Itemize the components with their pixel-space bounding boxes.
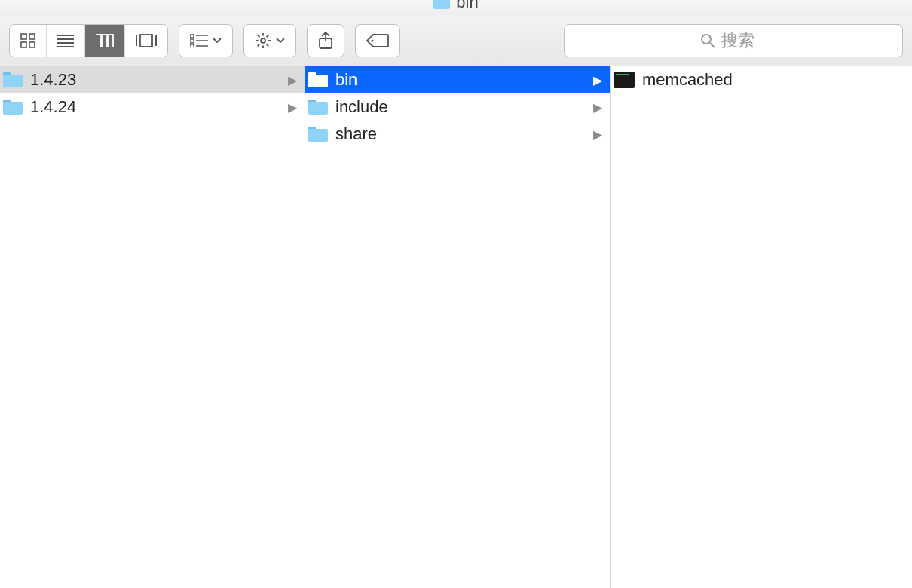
svg-rect-14 bbox=[140, 35, 152, 47]
svg-rect-5 bbox=[29, 42, 35, 47]
column-browser: 1.4.23 ▶ 1.4.24 ▶ bin ▶ incl bbox=[0, 66, 912, 588]
item-label: memcached bbox=[642, 70, 904, 90]
action-button[interactable] bbox=[244, 25, 295, 57]
titlebar: bin bbox=[0, 0, 912, 15]
chevron-right-icon: ▶ bbox=[288, 100, 297, 115]
folder-icon bbox=[308, 72, 328, 87]
folder-row[interactable]: share ▶ bbox=[305, 121, 610, 148]
folder-icon bbox=[3, 72, 23, 87]
tags-button[interactable] bbox=[355, 24, 400, 57]
arrange-button[interactable] bbox=[179, 25, 232, 57]
grid-icon bbox=[20, 33, 35, 48]
item-label: 1.4.24 bbox=[30, 97, 280, 117]
item-label: 1.4.23 bbox=[30, 70, 280, 90]
svg-line-28 bbox=[267, 44, 269, 46]
svg-rect-10 bbox=[96, 34, 101, 47]
folder-row[interactable]: 1.4.23 ▶ bbox=[0, 66, 305, 93]
chevron-down-icon bbox=[276, 38, 285, 44]
list-view-button[interactable] bbox=[47, 25, 85, 57]
list-icon bbox=[57, 34, 74, 47]
svg-rect-37 bbox=[3, 75, 23, 87]
column-1[interactable]: bin ▶ include ▶ share ▶ bbox=[305, 66, 611, 588]
view-mode-group bbox=[9, 24, 168, 57]
svg-rect-2 bbox=[21, 34, 26, 39]
svg-rect-43 bbox=[308, 102, 328, 115]
svg-line-29 bbox=[258, 44, 260, 46]
folder-row[interactable]: include ▶ bbox=[305, 93, 610, 121]
search-input[interactable] bbox=[721, 31, 767, 51]
tag-icon bbox=[366, 33, 389, 48]
icon-view-button[interactable] bbox=[10, 25, 47, 57]
svg-rect-45 bbox=[308, 129, 328, 142]
svg-rect-11 bbox=[102, 34, 107, 47]
arrange-group bbox=[179, 24, 233, 57]
svg-point-22 bbox=[261, 38, 265, 43]
svg-rect-16 bbox=[190, 34, 194, 38]
toolbar bbox=[0, 15, 912, 66]
svg-line-30 bbox=[267, 35, 269, 37]
svg-point-33 bbox=[371, 39, 373, 41]
svg-line-35 bbox=[710, 43, 715, 47]
item-label: bin bbox=[335, 70, 586, 90]
columns-icon bbox=[96, 34, 114, 47]
window-title-text: bin bbox=[456, 0, 478, 12]
svg-rect-41 bbox=[308, 75, 328, 87]
coverflow-icon bbox=[136, 34, 157, 47]
coverflow-view-button[interactable] bbox=[125, 25, 167, 57]
column-0[interactable]: 1.4.23 ▶ 1.4.24 ▶ bbox=[0, 66, 305, 588]
arrange-icon bbox=[190, 34, 208, 47]
item-label: share bbox=[335, 124, 586, 144]
chevron-right-icon: ▶ bbox=[593, 127, 602, 142]
window-title: bin bbox=[433, 0, 478, 12]
terminal-icon bbox=[614, 72, 635, 88]
svg-rect-18 bbox=[190, 44, 194, 47]
folder-icon bbox=[308, 100, 328, 115]
chevron-right-icon: ▶ bbox=[288, 73, 297, 87]
svg-line-27 bbox=[258, 35, 260, 37]
svg-point-34 bbox=[702, 35, 711, 44]
chevron-right-icon: ▶ bbox=[593, 100, 602, 115]
share-button[interactable] bbox=[307, 24, 344, 57]
svg-rect-17 bbox=[190, 39, 194, 43]
folder-row[interactable]: 1.4.24 ▶ bbox=[0, 93, 305, 121]
column-2[interactable]: memcached bbox=[611, 66, 912, 588]
folder-icon bbox=[433, 0, 450, 9]
action-group bbox=[243, 24, 296, 57]
search-icon bbox=[700, 33, 715, 48]
svg-rect-12 bbox=[108, 34, 113, 47]
search-field[interactable] bbox=[564, 24, 903, 57]
folder-icon bbox=[3, 100, 23, 115]
folder-icon bbox=[308, 127, 328, 142]
item-label: include bbox=[335, 97, 586, 117]
svg-rect-4 bbox=[21, 42, 26, 47]
chevron-down-icon bbox=[213, 38, 222, 44]
share-icon bbox=[318, 32, 333, 49]
svg-rect-3 bbox=[29, 34, 35, 39]
svg-rect-1 bbox=[433, 0, 450, 9]
svg-rect-39 bbox=[3, 102, 23, 115]
chevron-right-icon: ▶ bbox=[593, 73, 602, 87]
column-view-button[interactable] bbox=[85, 25, 125, 57]
file-row[interactable]: memcached bbox=[611, 66, 912, 93]
folder-row[interactable]: bin ▶ bbox=[305, 66, 610, 93]
gear-icon bbox=[255, 32, 271, 49]
